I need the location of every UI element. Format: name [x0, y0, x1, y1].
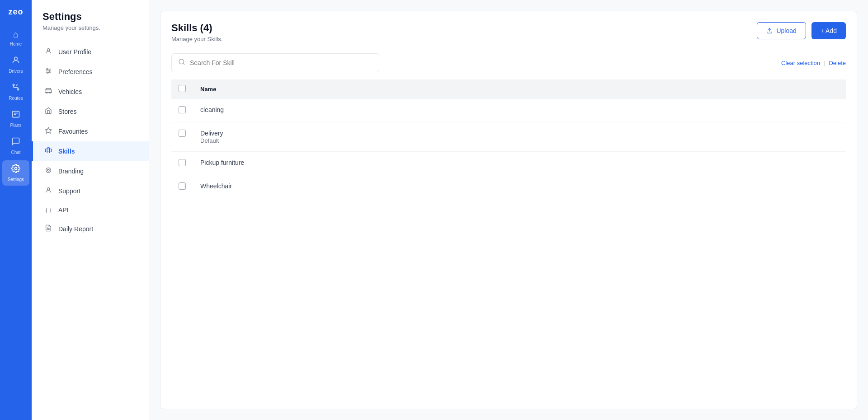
content-title: Skills (4) — [171, 22, 222, 34]
search-input[interactable] — [190, 59, 373, 66]
settings-icon — [11, 164, 20, 175]
sidebar-item-daily-report[interactable]: Daily Report — [32, 219, 149, 239]
sidebar-item-support[interactable]: Support — [32, 181, 149, 201]
skill-name: cleaning — [193, 99, 846, 122]
skill-badge: Default — [200, 137, 219, 144]
nav-label-plans: Plans — [10, 123, 21, 128]
row-checkbox-cell — [171, 122, 193, 152]
preferences-icon — [44, 67, 53, 76]
nav-label-settings: Settings — [8, 177, 24, 182]
sidebar-item-api[interactable]: {} API — [32, 201, 149, 219]
content-subtitle: Manage your Skills. — [171, 36, 222, 42]
branding-icon — [44, 167, 53, 176]
app-logo: zeo — [8, 7, 23, 17]
select-all-checkbox[interactable] — [179, 85, 186, 92]
table-header: Name — [171, 79, 846, 99]
nav-label-drivers: Drivers — [9, 69, 23, 74]
nav-item-plans[interactable]: Plans — [2, 106, 29, 131]
sidebar-item-preferences[interactable]: Preferences — [32, 62, 149, 82]
row-checkbox[interactable] — [179, 106, 186, 113]
search-row: Clear selection | Delete — [171, 53, 846, 72]
plans-icon — [11, 110, 20, 121]
sidebar-item-label-daily-report: Daily Report — [58, 225, 93, 233]
upload-button[interactable]: Upload — [757, 22, 806, 39]
skills-table: Name cleaningDeliveryDefaultPickup furni… — [171, 79, 846, 198]
row-name-cell: DeliveryDefault — [193, 122, 846, 152]
separator: | — [824, 60, 825, 66]
upload-icon — [766, 28, 773, 34]
title-section: Skills (4) Manage your Skills. — [171, 22, 222, 42]
chat-icon — [11, 137, 20, 148]
row-checkbox-cell — [171, 99, 193, 122]
daily-report-icon — [44, 224, 53, 233]
table-row: Pickup furniture — [171, 152, 846, 175]
routes-icon — [11, 83, 20, 94]
nav-item-routes[interactable]: Routes — [2, 79, 29, 104]
sidebar-item-vehicles[interactable]: Vehicles — [32, 82, 149, 102]
sidebar-item-favourites[interactable]: Favourites — [32, 121, 149, 141]
svg-point-2 — [17, 89, 19, 90]
nav-label-home: Home — [10, 42, 22, 47]
drivers-icon — [11, 56, 20, 67]
skill-name: Pickup furniture — [193, 152, 846, 175]
svg-point-19 — [47, 169, 49, 171]
svg-point-0 — [14, 57, 18, 60]
sidebar-item-label-support: Support — [58, 187, 80, 195]
user-profile-icon — [44, 47, 53, 56]
sidebar-header: Settings Manage your settings. — [32, 11, 149, 42]
vehicles-icon — [44, 87, 53, 96]
content-card: Skills (4) Manage your Skills. Upload + … — [160, 11, 857, 409]
content-header: Skills (4) Manage your Skills. Upload + … — [171, 22, 846, 42]
nav-label-routes: Routes — [9, 96, 23, 101]
stores-icon — [44, 107, 53, 116]
sidebar-item-label-api: API — [58, 206, 69, 214]
main-content: Skills (4) Manage your Skills. Upload + … — [149, 0, 868, 420]
svg-point-18 — [46, 168, 51, 173]
home-icon: ⌂ — [13, 29, 19, 40]
svg-point-11 — [47, 69, 48, 70]
row-checkbox[interactable] — [179, 159, 186, 166]
favourites-icon — [44, 127, 53, 136]
nav-bar: zeo ⌂ Home Drivers Routes Plans Chat Set… — [0, 0, 32, 420]
sidebar-item-label-user-profile: User Profile — [58, 48, 91, 56]
support-icon — [44, 187, 53, 196]
table-row: cleaning — [171, 99, 846, 122]
svg-point-6 — [15, 168, 17, 170]
add-button[interactable]: + Add — [811, 22, 846, 39]
svg-point-24 — [179, 59, 184, 64]
sidebar-item-user-profile[interactable]: User Profile — [32, 42, 149, 62]
sidebar-item-label-branding: Branding — [58, 168, 84, 175]
nav-item-chat[interactable]: Chat — [2, 133, 29, 159]
search-box — [171, 53, 379, 72]
nav-item-settings[interactable]: Settings — [2, 160, 29, 186]
row-checkbox[interactable] — [179, 130, 186, 137]
select-all-cell — [171, 79, 193, 99]
skill-name: Wheelchair — [193, 175, 846, 199]
sidebar: Settings Manage your settings. User Prof… — [32, 0, 149, 420]
row-checkbox-cell — [171, 152, 193, 175]
delete-link[interactable]: Delete — [829, 60, 846, 66]
nav-item-drivers[interactable]: Drivers — [2, 52, 29, 77]
svg-point-20 — [47, 188, 49, 190]
skill-name: Delivery — [200, 130, 223, 137]
sidebar-subtitle: Manage your settings. — [42, 24, 138, 31]
svg-marker-17 — [45, 127, 51, 133]
svg-line-25 — [183, 63, 184, 65]
name-column-header: Name — [193, 79, 846, 99]
sidebar-item-label-vehicles: Vehicles — [58, 88, 82, 95]
api-icon: {} — [44, 207, 53, 214]
sidebar-item-skills[interactable]: Skills — [32, 141, 149, 161]
table-row: Wheelchair — [171, 175, 846, 199]
svg-point-1 — [13, 84, 14, 85]
svg-point-7 — [47, 49, 49, 51]
search-icon — [178, 58, 185, 67]
sidebar-item-stores[interactable]: Stores — [32, 102, 149, 121]
nav-item-home[interactable]: ⌂ Home — [2, 26, 29, 50]
table-header-row: Name — [171, 79, 846, 99]
row-checkbox[interactable] — [179, 182, 186, 190]
clear-selection-link[interactable]: Clear selection — [781, 60, 820, 66]
sidebar-item-branding[interactable]: Branding — [32, 161, 149, 181]
sidebar-item-label-stores: Stores — [58, 108, 76, 115]
svg-rect-14 — [45, 90, 52, 93]
sidebar-menu: User Profile Preferences Vehicles Stores… — [32, 42, 149, 239]
